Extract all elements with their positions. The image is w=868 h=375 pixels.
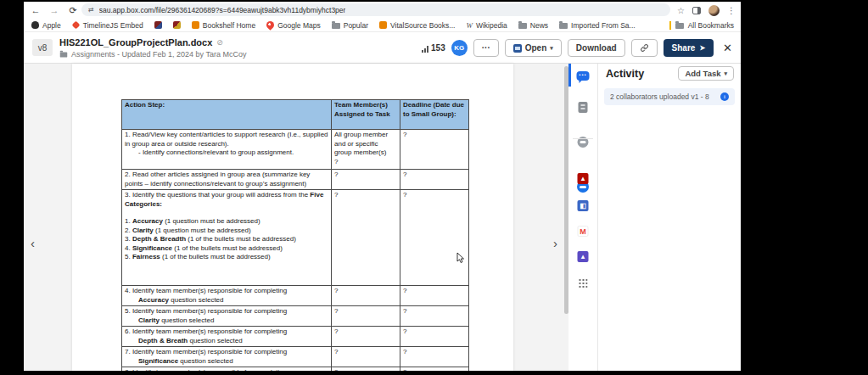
action-cell: 5. Identify team member(s) responsible f…: [122, 306, 332, 327]
open-button[interactable]: Open ▾: [505, 39, 562, 57]
bookmark-timelinejs[interactable]: TimelineJS Embed: [72, 21, 143, 30]
sidebar-rail: ••• ▴ ◧ M ▴: [568, 64, 598, 371]
table-row: 3. Identify the questions that your grou…: [122, 190, 469, 286]
col-header-action-step: Action Step:: [122, 100, 332, 130]
folder-icon: [60, 52, 68, 57]
more-options-button[interactable]: ···: [473, 39, 499, 57]
bookmark-news-folder[interactable]: News: [518, 21, 548, 30]
map-pin-icon: [265, 20, 276, 31]
folder-icon: [559, 23, 568, 29]
file-subtitle: Assignments - Updated Feb 1, 2024 by Tar…: [59, 50, 246, 59]
version-activity-item[interactable]: 2 collaborators uploaded v1 - 8 i: [604, 88, 735, 105]
adobe-acrobat-icon[interactable]: ▴: [578, 173, 589, 184]
table-row: 8. Identify team member(s) responsible f…: [122, 367, 469, 372]
active-tab-indicator: [568, 64, 571, 87]
shared-link-icon[interactable]: ⊘: [216, 38, 223, 47]
action-cell: 2. Read other articles assigned in group…: [122, 170, 332, 190]
bookmark-google-maps[interactable]: Google Maps: [266, 21, 321, 30]
table-row: 7. Identify team member(s) responsible f…: [122, 347, 469, 367]
deadline-cell: ?: [400, 170, 469, 190]
bookmark-bookshelf[interactable]: Bookshelf Home: [192, 21, 255, 30]
deadline-cell: ?: [400, 130, 469, 170]
table-row: 6. Identify team member(s) responsible f…: [122, 327, 469, 347]
bookmark-apple[interactable]: Apple: [31, 21, 61, 30]
bookmark-imported-folder[interactable]: Imported From Sa...: [559, 21, 636, 30]
table-row: 4. Identify team member(s) responsible f…: [122, 286, 469, 306]
bookmark-vitalsource[interactable]: VitalSource Books...: [379, 21, 455, 30]
member-cell: ?: [332, 327, 400, 347]
bookmark-popular-folder[interactable]: Popular: [332, 21, 368, 30]
apps-grid-icon[interactable]: [579, 278, 588, 288]
deadline-cell: ?: [400, 306, 469, 327]
action-cell: 3. Identify the questions that your grou…: [122, 190, 332, 286]
adobe-sign-icon[interactable]: ▴: [578, 251, 589, 262]
file-title: HIS221OL_GroupProjectPlan.docx ⊘: [59, 37, 223, 48]
file-header: v8 HIS221OL_GroupProjectPlan.docx ⊘ Assi…: [24, 32, 741, 64]
deadline-cell: ?: [400, 286, 469, 306]
bookmarks-divider: [669, 21, 671, 30]
browser-toolbar: ← → ⟳ ⇄ sau.app.box.com/file/29636142068…: [24, 2, 741, 19]
apple-icon: [31, 21, 39, 29]
add-task-button[interactable]: Add Task ▾: [678, 66, 734, 81]
forward-icon[interactable]: →: [48, 5, 61, 15]
table-row: 1. Read/View key content/articles to sup…: [122, 130, 469, 170]
table-row: 5. Identify team member(s) responsible f…: [122, 306, 469, 327]
action-cell: 7. Identify team member(s) responsible f…: [122, 347, 332, 367]
member-cell: ?: [332, 347, 400, 367]
category-line: 1. Accuracy (1 question must be addresse…: [125, 217, 328, 227]
link-icon: [640, 43, 649, 53]
reload-icon[interactable]: ⟳: [66, 5, 80, 16]
next-page-button[interactable]: ›: [553, 236, 557, 250]
mouse-cursor: [456, 252, 465, 264]
browser-menu-icon[interactable]: ⋮: [727, 6, 736, 15]
all-bookmarks[interactable]: All Bookmarks: [669, 19, 734, 31]
category-line: 2. Clarity (1 question must be addressed…: [125, 227, 328, 236]
rail-divider: [573, 138, 593, 139]
folder-icon: [675, 23, 684, 29]
site-info-icon[interactable]: ⇄: [88, 6, 94, 14]
version-activity-text: 2 collaborators uploaded v1 - 8: [610, 92, 720, 101]
document-page: Action Step: Team Member(s) Assigned to …: [72, 64, 513, 371]
bookmark-favicon-2[interactable]: [173, 21, 181, 29]
action-cell: 8. Identify team member(s) responsible f…: [122, 367, 332, 372]
copy-link-button[interactable]: [631, 39, 658, 57]
member-cell: All group member and or specific group m…: [332, 130, 400, 170]
folder-icon: [518, 23, 527, 29]
share-arrow-icon: ➤: [699, 44, 705, 52]
gmail-icon[interactable]: M: [578, 226, 589, 237]
document-preview-area: ‹ › Action Step: Team Member(s) Assigned…: [24, 64, 741, 371]
deadline-cell: ?: [400, 367, 469, 372]
vitalsource-icon: [379, 21, 387, 29]
download-button[interactable]: Download: [568, 39, 625, 57]
col-header-team-member: Team Member(s) Assigned to Task: [332, 100, 400, 130]
profile-avatar[interactable]: [708, 5, 720, 16]
comments-icon[interactable]: •••: [577, 71, 590, 81]
file-details-icon[interactable]: [579, 102, 588, 113]
side-panel-icon[interactable]: [692, 7, 701, 14]
action-cell: 6. Identify team member(s) responsible f…: [122, 327, 332, 347]
back-icon[interactable]: ←: [29, 5, 42, 15]
url-text: sau.app.box.com/file/296361420689?s=6449…: [99, 6, 346, 14]
info-icon[interactable]: i: [720, 92, 729, 101]
col-header-deadline: Deadline (Date due to Small Group):: [400, 100, 469, 130]
bookmark-wikipedia[interactable]: WWikipedia: [466, 21, 507, 30]
category-line: 4. Significance (1 of the bullets must b…: [125, 244, 328, 254]
close-preview-icon[interactable]: ✕: [723, 42, 732, 54]
share-button[interactable]: Share ➤: [664, 39, 714, 57]
bar-chart-icon: [422, 46, 428, 53]
address-bar[interactable]: ⇄ sau.app.box.com/file/296361420689?s=64…: [81, 3, 670, 16]
member-cell: ?: [332, 190, 400, 286]
outlook-app-icon[interactable]: ◧: [578, 200, 589, 211]
bookmark-favicon-1[interactable]: [154, 21, 162, 29]
deadline-cell: ?: [400, 190, 469, 286]
bookmark-star-icon[interactable]: ☆: [677, 6, 685, 15]
deadline-cell: ?: [400, 327, 469, 347]
group-project-plan-table: Action Step: Team Member(s) Assigned to …: [121, 99, 469, 371]
previous-page-button[interactable]: ‹: [31, 236, 35, 250]
collaborator-avatar[interactable]: KG: [451, 40, 468, 56]
action-cell: 1. Read/View key content/articles to sup…: [122, 130, 332, 170]
favicon-icon: [173, 21, 181, 29]
folder-icon: [332, 23, 340, 29]
diamond-icon: [71, 21, 80, 30]
version-badge[interactable]: v8: [32, 39, 53, 56]
